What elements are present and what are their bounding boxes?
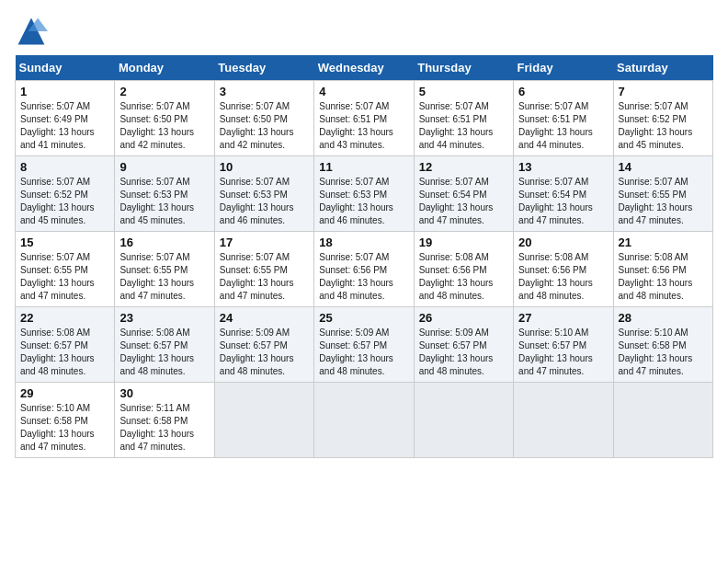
- day-info: Sunrise: 5:08 AM Sunset: 6:56 PM Dayligh…: [518, 251, 608, 303]
- day-number: 16: [119, 236, 209, 249]
- calendar-week-1: 1Sunrise: 5:07 AM Sunset: 6:49 PM Daylig…: [16, 81, 713, 156]
- day-info: Sunrise: 5:07 AM Sunset: 6:52 PM Dayligh…: [20, 176, 109, 227]
- calendar-cell: 8Sunrise: 5:07 AM Sunset: 6:52 PM Daylig…: [16, 156, 115, 232]
- day-info: Sunrise: 5:08 AM Sunset: 6:56 PM Dayligh…: [619, 251, 708, 303]
- calendar-cell: 13Sunrise: 5:07 AM Sunset: 6:54 PM Dayli…: [514, 156, 613, 232]
- day-number: 19: [419, 236, 508, 249]
- calendar-cell: 4Sunrise: 5:07 AM Sunset: 6:51 PM Daylig…: [314, 81, 414, 156]
- day-header-friday: Friday: [514, 55, 613, 81]
- calendar-cell: 24Sunrise: 5:09 AM Sunset: 6:57 PM Dayli…: [214, 307, 313, 383]
- day-info: Sunrise: 5:10 AM Sunset: 6:57 PM Dayligh…: [518, 327, 608, 378]
- logo-icon: [15, 15, 48, 48]
- calendar-week-5: 29Sunrise: 5:10 AM Sunset: 6:58 PM Dayli…: [16, 383, 713, 458]
- day-info: Sunrise: 5:08 AM Sunset: 6:56 PM Dayligh…: [419, 251, 508, 303]
- day-number: 3: [220, 85, 309, 98]
- day-number: 25: [319, 311, 408, 325]
- day-header-saturday: Saturday: [613, 55, 712, 81]
- header: [15, 15, 713, 48]
- day-number: 9: [119, 160, 209, 174]
- calendar-cell: 25Sunrise: 5:09 AM Sunset: 6:57 PM Dayli…: [314, 307, 414, 383]
- day-number: 24: [220, 311, 309, 325]
- day-info: Sunrise: 5:07 AM Sunset: 6:55 PM Dayligh…: [220, 251, 309, 303]
- calendar-cell: 5Sunrise: 5:07 AM Sunset: 6:51 PM Daylig…: [414, 81, 513, 156]
- calendar-cell: [514, 383, 613, 458]
- day-number: 6: [518, 85, 608, 98]
- day-number: 15: [20, 236, 109, 249]
- calendar-cell: 3Sunrise: 5:07 AM Sunset: 6:50 PM Daylig…: [214, 81, 313, 156]
- day-info: Sunrise: 5:07 AM Sunset: 6:55 PM Dayligh…: [119, 251, 209, 303]
- calendar-cell: 2Sunrise: 5:07 AM Sunset: 6:50 PM Daylig…: [115, 81, 214, 156]
- calendar-table: SundayMondayTuesdayWednesdayThursdayFrid…: [15, 55, 713, 458]
- day-number: 21: [619, 236, 708, 249]
- calendar-cell: 10Sunrise: 5:07 AM Sunset: 6:53 PM Dayli…: [214, 156, 313, 232]
- calendar-cell: 19Sunrise: 5:08 AM Sunset: 6:56 PM Dayli…: [414, 232, 513, 307]
- calendar-cell: 6Sunrise: 5:07 AM Sunset: 6:51 PM Daylig…: [514, 81, 613, 156]
- day-number: 23: [119, 311, 209, 325]
- day-number: 12: [419, 160, 508, 174]
- day-info: Sunrise: 5:07 AM Sunset: 6:49 PM Dayligh…: [20, 100, 109, 152]
- calendar-cell: [414, 383, 513, 458]
- calendar-cell: 7Sunrise: 5:07 AM Sunset: 6:52 PM Daylig…: [613, 81, 712, 156]
- day-info: Sunrise: 5:07 AM Sunset: 6:53 PM Dayligh…: [119, 176, 209, 227]
- calendar-cell: [314, 383, 414, 458]
- calendar-cell: 26Sunrise: 5:09 AM Sunset: 6:57 PM Dayli…: [414, 307, 513, 383]
- day-info: Sunrise: 5:07 AM Sunset: 6:51 PM Dayligh…: [319, 100, 408, 152]
- day-header-thursday: Thursday: [414, 55, 513, 81]
- calendar-cell: 20Sunrise: 5:08 AM Sunset: 6:56 PM Dayli…: [514, 232, 613, 307]
- day-number: 13: [518, 160, 608, 174]
- day-info: Sunrise: 5:07 AM Sunset: 6:54 PM Dayligh…: [518, 176, 608, 227]
- logo: [15, 15, 51, 48]
- calendar-cell: 30Sunrise: 5:11 AM Sunset: 6:58 PM Dayli…: [115, 383, 214, 458]
- calendar-cell: 16Sunrise: 5:07 AM Sunset: 6:55 PM Dayli…: [115, 232, 214, 307]
- day-number: 22: [20, 311, 109, 325]
- day-number: 29: [20, 386, 109, 400]
- day-info: Sunrise: 5:07 AM Sunset: 6:51 PM Dayligh…: [419, 100, 508, 152]
- day-info: Sunrise: 5:07 AM Sunset: 6:52 PM Dayligh…: [619, 100, 708, 152]
- calendar-week-2: 8Sunrise: 5:07 AM Sunset: 6:52 PM Daylig…: [16, 156, 713, 232]
- calendar-cell: 12Sunrise: 5:07 AM Sunset: 6:54 PM Dayli…: [414, 156, 513, 232]
- day-number: 8: [20, 160, 109, 174]
- day-info: Sunrise: 5:07 AM Sunset: 6:50 PM Dayligh…: [220, 100, 309, 152]
- calendar-cell: 17Sunrise: 5:07 AM Sunset: 6:55 PM Dayli…: [214, 232, 313, 307]
- day-info: Sunrise: 5:07 AM Sunset: 6:51 PM Dayligh…: [518, 100, 608, 152]
- day-number: 26: [419, 311, 508, 325]
- calendar-cell: 1Sunrise: 5:07 AM Sunset: 6:49 PM Daylig…: [16, 81, 115, 156]
- day-info: Sunrise: 5:10 AM Sunset: 6:58 PM Dayligh…: [619, 327, 708, 378]
- day-info: Sunrise: 5:08 AM Sunset: 6:57 PM Dayligh…: [119, 327, 209, 378]
- day-header-wednesday: Wednesday: [314, 55, 414, 81]
- calendar-cell: 21Sunrise: 5:08 AM Sunset: 6:56 PM Dayli…: [613, 232, 712, 307]
- day-number: 5: [419, 85, 508, 98]
- calendar-week-3: 15Sunrise: 5:07 AM Sunset: 6:55 PM Dayli…: [16, 232, 713, 307]
- day-info: Sunrise: 5:07 AM Sunset: 6:56 PM Dayligh…: [319, 251, 408, 303]
- day-number: 2: [119, 85, 209, 98]
- day-info: Sunrise: 5:09 AM Sunset: 6:57 PM Dayligh…: [419, 327, 508, 378]
- calendar-cell: 11Sunrise: 5:07 AM Sunset: 6:53 PM Dayli…: [314, 156, 414, 232]
- day-header-monday: Monday: [115, 55, 214, 81]
- day-info: Sunrise: 5:07 AM Sunset: 6:54 PM Dayligh…: [419, 176, 508, 227]
- day-info: Sunrise: 5:07 AM Sunset: 6:50 PM Dayligh…: [119, 100, 209, 152]
- calendar-cell: 29Sunrise: 5:10 AM Sunset: 6:58 PM Dayli…: [16, 383, 115, 458]
- day-number: 10: [220, 160, 309, 174]
- day-number: 27: [518, 311, 608, 325]
- calendar-cell: 28Sunrise: 5:10 AM Sunset: 6:58 PM Dayli…: [613, 307, 712, 383]
- calendar-cell: 27Sunrise: 5:10 AM Sunset: 6:57 PM Dayli…: [514, 307, 613, 383]
- calendar-cell: 23Sunrise: 5:08 AM Sunset: 6:57 PM Dayli…: [115, 307, 214, 383]
- calendar-cell: 14Sunrise: 5:07 AM Sunset: 6:55 PM Dayli…: [613, 156, 712, 232]
- day-info: Sunrise: 5:11 AM Sunset: 6:58 PM Dayligh…: [119, 402, 209, 454]
- day-header-tuesday: Tuesday: [214, 55, 313, 81]
- calendar-cell: 9Sunrise: 5:07 AM Sunset: 6:53 PM Daylig…: [115, 156, 214, 232]
- day-header-sunday: Sunday: [16, 55, 115, 81]
- day-info: Sunrise: 5:07 AM Sunset: 6:53 PM Dayligh…: [220, 176, 309, 227]
- day-number: 11: [319, 160, 408, 174]
- day-info: Sunrise: 5:07 AM Sunset: 6:53 PM Dayligh…: [319, 176, 408, 227]
- day-info: Sunrise: 5:07 AM Sunset: 6:55 PM Dayligh…: [20, 251, 109, 303]
- calendar-week-4: 22Sunrise: 5:08 AM Sunset: 6:57 PM Dayli…: [16, 307, 713, 383]
- calendar-cell: 15Sunrise: 5:07 AM Sunset: 6:55 PM Dayli…: [16, 232, 115, 307]
- day-info: Sunrise: 5:10 AM Sunset: 6:58 PM Dayligh…: [20, 402, 109, 454]
- day-number: 20: [518, 236, 608, 249]
- calendar-cell: 18Sunrise: 5:07 AM Sunset: 6:56 PM Dayli…: [314, 232, 414, 307]
- calendar-cell: [613, 383, 712, 458]
- day-number: 17: [220, 236, 309, 249]
- day-number: 7: [619, 85, 708, 98]
- day-info: Sunrise: 5:09 AM Sunset: 6:57 PM Dayligh…: [220, 327, 309, 378]
